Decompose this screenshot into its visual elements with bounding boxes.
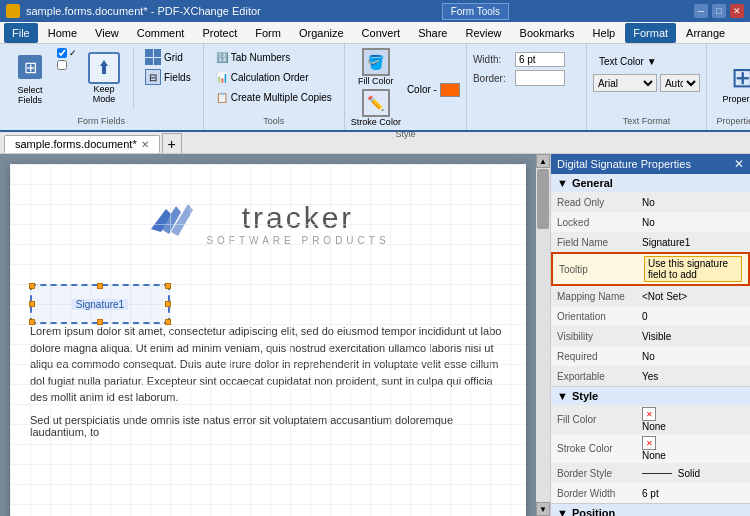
menu-form[interactable]: Form bbox=[247, 23, 289, 43]
menu-arrange[interactable]: Arrange bbox=[678, 23, 733, 43]
field-name-key: Field Name bbox=[557, 237, 642, 248]
text-format-section-label: Text Format bbox=[593, 114, 700, 126]
props-title-text: Digital Signature Properties bbox=[557, 158, 691, 170]
border-width-val: 6 pt bbox=[642, 488, 744, 499]
checkbox-row1: ✓ bbox=[57, 48, 77, 58]
handle-tl[interactable] bbox=[29, 283, 35, 289]
window-controls: ─ □ ✕ bbox=[694, 4, 744, 18]
orientation-row: Orientation 0 bbox=[551, 306, 750, 326]
menu-review[interactable]: Review bbox=[457, 23, 509, 43]
fields-btn[interactable]: ⊟ Fields bbox=[139, 68, 197, 86]
select-fields-btn[interactable]: ⊞ SelectFields bbox=[6, 48, 54, 108]
font-select[interactable]: Arial bbox=[593, 74, 657, 92]
checkbox2[interactable] bbox=[57, 60, 67, 70]
width-row: Width: bbox=[473, 52, 580, 67]
fields-icon: ⊟ bbox=[145, 69, 161, 85]
ribbon-group-tools: 🔢 Tab Numbers 📊 Calculation Order 📋 Crea… bbox=[204, 44, 345, 130]
handle-bc[interactable] bbox=[97, 319, 103, 325]
border-row: Border: bbox=[473, 70, 580, 86]
fill-color-btn[interactable]: 🪣 Fill Color bbox=[358, 48, 394, 86]
menu-view[interactable]: View bbox=[87, 23, 127, 43]
tab-close-btn[interactable]: ✕ bbox=[141, 139, 149, 150]
width-label: Width: bbox=[473, 54, 511, 65]
keep-mode-btn[interactable]: KeepMode bbox=[80, 48, 128, 108]
grid-btn[interactable]: Grid bbox=[139, 48, 197, 66]
border-preview bbox=[515, 70, 565, 86]
stroke-color-btn[interactable]: ✏️ Stroke Color bbox=[351, 89, 401, 127]
ribbon-properties: ⊞ Properties Properties bbox=[707, 44, 750, 130]
color-preview[interactable] bbox=[440, 83, 460, 97]
general-section: ▼ General Read Only No Locked No Field N… bbox=[551, 174, 750, 387]
stroke-color-row: Stroke Color ✕ None bbox=[551, 434, 750, 463]
handle-tr[interactable] bbox=[165, 283, 171, 289]
border-style-row: Border Style Solid bbox=[551, 463, 750, 483]
border-style-key: Border Style bbox=[557, 468, 642, 479]
border-width-row: Border Width 6 pt bbox=[551, 483, 750, 503]
width-input[interactable] bbox=[515, 52, 565, 67]
close-btn[interactable]: ✕ bbox=[730, 4, 744, 18]
new-tab-btn[interactable]: + bbox=[162, 133, 182, 153]
visibility-key: Visibility bbox=[557, 331, 642, 342]
menu-file[interactable]: File bbox=[4, 23, 38, 43]
general-header[interactable]: ▼ General bbox=[551, 174, 750, 192]
menu-help[interactable]: Help bbox=[585, 23, 624, 43]
tracker-logo: tracker SOFTWARE PRODUCTS bbox=[30, 194, 506, 253]
style-header[interactable]: ▼ Style bbox=[551, 387, 750, 405]
minimize-btn[interactable]: ─ bbox=[694, 4, 708, 18]
visibility-val: Visible bbox=[642, 331, 744, 342]
doc-scroll: tracker SOFTWARE PRODUCTS bbox=[0, 154, 536, 516]
select-fields-label: SelectFields bbox=[17, 85, 42, 105]
scroll-up-btn[interactable]: ▲ bbox=[536, 154, 550, 168]
menu-organize[interactable]: Organize bbox=[291, 23, 352, 43]
copies-icon: 📋 bbox=[216, 92, 228, 103]
menu-share[interactable]: Share bbox=[410, 23, 455, 43]
scroll-thumb[interactable] bbox=[537, 169, 549, 229]
read-only-val: No bbox=[642, 197, 744, 208]
font-row: Arial Auto bbox=[593, 74, 700, 92]
props-close-btn[interactable]: ✕ bbox=[734, 157, 744, 171]
signature-field[interactable]: Signature1 bbox=[30, 284, 170, 324]
calc-order-btn[interactable]: 📊 Calculation Order bbox=[210, 68, 338, 86]
handle-tc[interactable] bbox=[97, 283, 103, 289]
menu-bookmarks[interactable]: Bookmarks bbox=[512, 23, 583, 43]
doc-tab[interactable]: sample.forms.document* ✕ bbox=[4, 135, 160, 153]
sig-handles bbox=[32, 286, 168, 322]
tracker-sub: SOFTWARE PRODUCTS bbox=[206, 235, 389, 246]
tab-numbers-btn[interactable]: 🔢 Tab Numbers bbox=[210, 48, 338, 66]
create-copies-label: Create Multiple Copies bbox=[231, 92, 332, 103]
handle-bl[interactable] bbox=[29, 319, 35, 325]
title-bar: sample.forms.document* - PDF-XChange Edi… bbox=[0, 0, 750, 22]
stroke-color-label: Stroke Color bbox=[351, 117, 401, 127]
style-label: Style bbox=[351, 127, 460, 139]
fill-x-icon: ✕ bbox=[642, 407, 656, 421]
ribbon-group-content: ⊞ SelectFields ✓ bbox=[6, 48, 197, 114]
menu-comment[interactable]: Comment bbox=[129, 23, 193, 43]
font-size-select[interactable]: Auto bbox=[660, 74, 700, 92]
position-header[interactable]: ▼ Position bbox=[551, 504, 750, 516]
menu-home[interactable]: Home bbox=[40, 23, 85, 43]
menu-protect[interactable]: Protect bbox=[194, 23, 245, 43]
tab-numbers-label: Tab Numbers bbox=[231, 52, 290, 63]
doc-content: tracker SOFTWARE PRODUCTS bbox=[10, 164, 526, 516]
maximize-btn[interactable]: □ bbox=[712, 4, 726, 18]
menu-convert[interactable]: Convert bbox=[354, 23, 409, 43]
stroke-icon: ✏️ bbox=[362, 89, 390, 117]
scroll-down-btn[interactable]: ▼ bbox=[536, 502, 550, 516]
grid-label: Grid bbox=[164, 52, 183, 63]
handle-br[interactable] bbox=[165, 319, 171, 325]
style-collapse-icon: ▼ bbox=[557, 390, 568, 402]
position-section: ▼ Position Left 20 mm Top 257 mm Width 5… bbox=[551, 504, 750, 516]
handle-mr[interactable] bbox=[165, 301, 171, 307]
create-copies-btn[interactable]: 📋 Create Multiple Copies bbox=[210, 88, 338, 106]
text-color-btn[interactable]: Text Color ▼ bbox=[593, 52, 700, 70]
menu-format[interactable]: Format bbox=[625, 23, 676, 43]
read-only-key: Read Only bbox=[557, 197, 642, 208]
properties-btn[interactable]: ⊞ Properties bbox=[715, 52, 750, 112]
fill-color-val: ✕ None bbox=[642, 407, 744, 432]
position-label: Position bbox=[572, 507, 615, 516]
checkbox1[interactable] bbox=[57, 48, 67, 58]
handle-ml[interactable] bbox=[29, 301, 35, 307]
doc-tab-label: sample.forms.document* bbox=[15, 138, 137, 150]
grid-icon bbox=[145, 49, 161, 65]
keep-mode-label: KeepMode bbox=[93, 84, 116, 104]
